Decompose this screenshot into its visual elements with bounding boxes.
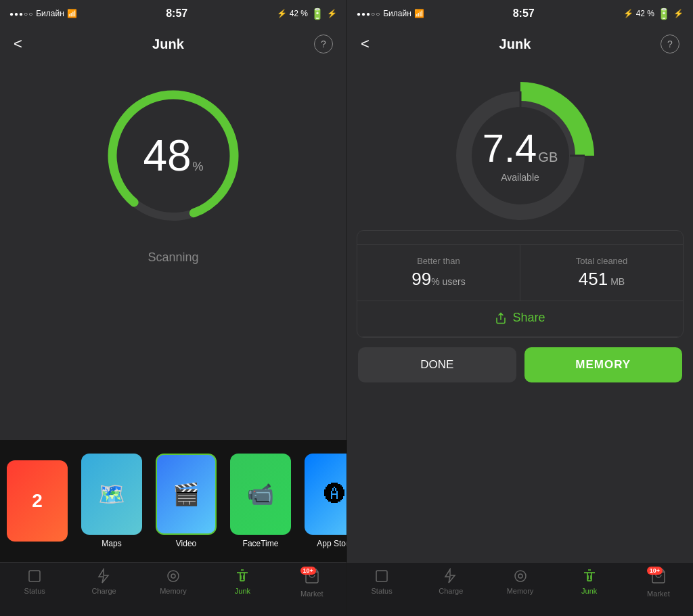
svg-rect-0 bbox=[29, 571, 40, 581]
left-status-bar: ●●●○○ Билайн 📶 8:57 ⚡ 42 % 🔋 ⚡ bbox=[0, 0, 346, 27]
right-back-button[interactable]: < bbox=[361, 35, 370, 53]
right-tab-charge-label: Charge bbox=[439, 587, 463, 595]
left-nav-bar: < Junk ? bbox=[0, 27, 346, 61]
battery-percent: 42 % bbox=[290, 9, 308, 18]
signal-dots: ●●●○○ bbox=[9, 10, 33, 18]
share-label: Share bbox=[512, 311, 545, 325]
right-stats-section: Better than 99% users Total cleaned 451 … bbox=[357, 230, 684, 338]
stats-grid: Better than 99% users Total cleaned 451 … bbox=[357, 244, 683, 301]
app-card-appstore[interactable]: 🅐 App Store bbox=[298, 454, 346, 548]
left-status-right: ⚡ 42 % 🔋 ⚡ bbox=[277, 7, 337, 20]
app-switcher[interactable]: 2 🗺️ Maps 🎬 Video 📹 FaceTime bbox=[0, 440, 346, 562]
app-card-video[interactable]: 🎬 Video bbox=[149, 454, 223, 548]
right-tab-market[interactable]: 10+ Market bbox=[624, 568, 693, 598]
right-bluetooth-icon: ⚡ bbox=[623, 9, 633, 18]
app-card-facetime[interactable]: 📹 FaceTime bbox=[223, 454, 298, 548]
right-panel: ●●●○○ Билайн 📶 8:57 ⚡ 42 % 🔋 ⚡ < Junk ? bbox=[346, 0, 693, 616]
facetime-label: FaceTime bbox=[243, 539, 279, 548]
memory-button[interactable]: MEMORY bbox=[524, 347, 683, 382]
video-label: Video bbox=[176, 539, 196, 548]
svg-rect-6 bbox=[376, 571, 387, 581]
right-charging-icon: ⚡ bbox=[673, 9, 684, 18]
maps-thumb: 🗺️ bbox=[81, 454, 142, 535]
left-tab-status-label: Status bbox=[24, 587, 45, 595]
right-tab-memory[interactable]: Memory bbox=[485, 568, 554, 595]
right-nav-bar: < Junk ? bbox=[347, 27, 693, 61]
progress-number: 48 bbox=[143, 134, 191, 177]
right-status-left: ●●●○○ Билайн 📶 bbox=[357, 9, 424, 18]
right-tab-junk[interactable]: Junk bbox=[555, 568, 624, 595]
stat-cleaned-suffix: MB bbox=[608, 276, 625, 287]
charging-icon: ⚡ bbox=[327, 9, 337, 18]
svg-point-2 bbox=[171, 574, 175, 578]
right-tab-status[interactable]: Status bbox=[347, 568, 416, 595]
facetime-thumb: 📹 bbox=[230, 454, 291, 535]
svg-point-7 bbox=[515, 571, 526, 581]
right-signal-dots: ●●●○○ bbox=[357, 10, 380, 18]
right-status-right: ⚡ 42 % 🔋 ⚡ bbox=[623, 7, 684, 20]
left-nav-title: Junk bbox=[152, 37, 184, 52]
wifi-icon: 📶 bbox=[67, 9, 77, 18]
charge-icon bbox=[96, 568, 112, 584]
right-donut-chart: 7.4 GB Available bbox=[446, 81, 595, 230]
right-status-icon bbox=[374, 568, 390, 584]
right-tab-charge[interactable]: Charge bbox=[416, 568, 485, 595]
action-buttons: DONE MEMORY bbox=[347, 338, 693, 392]
maps-label: Maps bbox=[102, 539, 121, 548]
left-tab-market-label: Market bbox=[300, 590, 323, 598]
progress-text: 48 % bbox=[143, 134, 203, 177]
right-time: 8:57 bbox=[513, 7, 535, 20]
right-memory-icon bbox=[512, 568, 529, 584]
right-tab-bar: Status Charge Memory Junk bbox=[347, 562, 693, 616]
done-button[interactable]: DONE bbox=[358, 347, 516, 382]
video-thumb: 🎬 bbox=[156, 454, 217, 535]
donut-value: 7.4 bbox=[483, 129, 537, 168]
status-icon bbox=[26, 568, 43, 584]
memory-icon bbox=[165, 568, 181, 584]
left-help-button[interactable]: ? bbox=[314, 35, 333, 53]
right-tab-status-label: Status bbox=[372, 587, 393, 595]
stat-total-cleaned: Total cleaned 451 MB bbox=[520, 245, 683, 301]
stat-cleaned-value: 451 MB bbox=[529, 269, 675, 290]
left-tab-charge-label: Charge bbox=[92, 587, 116, 595]
right-junk-icon bbox=[581, 568, 598, 584]
carrier-name: Билайн bbox=[36, 9, 64, 18]
stat-better-than: Better than 99% users bbox=[357, 245, 520, 301]
battery-icon: 🔋 bbox=[311, 7, 324, 20]
left-back-button[interactable]: < bbox=[14, 35, 22, 53]
left-tab-market[interactable]: 10+ Market bbox=[277, 568, 346, 598]
share-row: Share bbox=[357, 301, 683, 337]
stat-cleaned-label: Total cleaned bbox=[529, 256, 675, 266]
right-wifi-icon: 📶 bbox=[414, 9, 424, 18]
right-battery-percent: 42 % bbox=[636, 9, 654, 18]
left-tab-memory[interactable]: Memory bbox=[139, 568, 208, 595]
left-tab-memory-label: Memory bbox=[160, 587, 187, 595]
stat-better-suffix: % users bbox=[431, 276, 466, 287]
stat-better-label: Better than bbox=[365, 256, 512, 266]
right-charge-icon bbox=[443, 568, 459, 584]
donut-available-label: Available bbox=[483, 172, 558, 183]
left-tab-junk[interactable]: Junk bbox=[208, 568, 277, 595]
left-time: 8:57 bbox=[166, 7, 187, 20]
right-main-content: 7.4 GB Available Better than 99% users T… bbox=[347, 61, 693, 562]
left-status-left: ●●●○○ Билайн 📶 bbox=[9, 9, 77, 18]
app-card-calendar[interactable]: 2 bbox=[0, 460, 74, 542]
svg-point-8 bbox=[518, 574, 522, 578]
left-tab-charge[interactable]: Charge bbox=[69, 568, 138, 595]
share-button[interactable]: Share bbox=[495, 311, 545, 325]
right-nav-title: Junk bbox=[499, 37, 531, 52]
donut-unit: GB bbox=[538, 150, 558, 165]
app-card-maps[interactable]: 🗺️ Maps bbox=[74, 454, 149, 548]
right-carrier-name: Билайн bbox=[383, 9, 411, 18]
right-battery-icon: 🔋 bbox=[657, 7, 671, 20]
progress-unit: % bbox=[193, 160, 204, 174]
svg-point-1 bbox=[168, 571, 179, 581]
left-tab-junk-label: Junk bbox=[235, 587, 250, 595]
right-tab-junk-label: Junk bbox=[581, 587, 597, 595]
right-help-button[interactable]: ? bbox=[661, 35, 679, 53]
calendar-thumb: 2 bbox=[7, 460, 68, 542]
appstore-label: App Store bbox=[317, 539, 346, 548]
left-progress-ring: 48 % bbox=[99, 81, 248, 230]
left-market-badge: 10+ bbox=[300, 567, 316, 575]
left-tab-status[interactable]: Status bbox=[0, 568, 69, 595]
